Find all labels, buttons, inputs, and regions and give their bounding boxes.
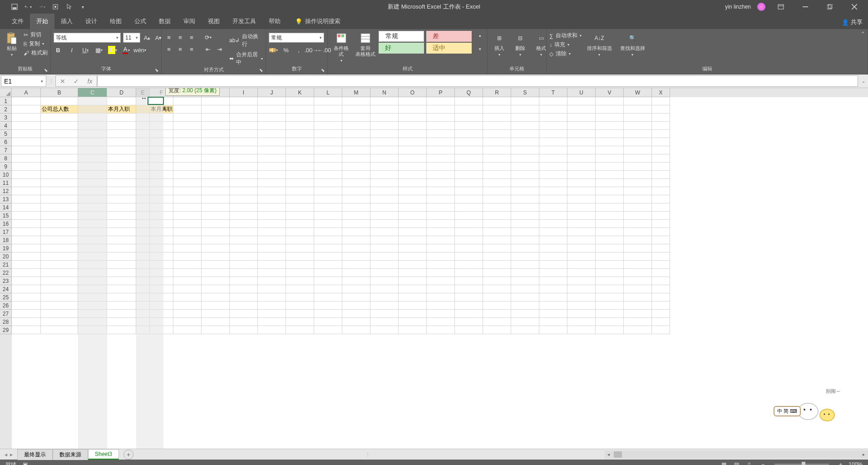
cell-J19[interactable]: [258, 244, 286, 252]
cell-C10[interactable]: [78, 171, 107, 179]
tab-help[interactable]: 帮助: [262, 14, 287, 29]
cell-G7[interactable]: [173, 146, 202, 154]
cell-A23[interactable]: [12, 277, 41, 285]
cell-U3[interactable]: [567, 114, 596, 122]
formula-bar-expand-icon[interactable]: ⌄: [859, 74, 868, 88]
col-header-M[interactable]: M: [342, 88, 370, 97]
cell-Q18[interactable]: [455, 236, 483, 244]
row-header-19[interactable]: 19: [0, 244, 12, 252]
cell-C7[interactable]: [78, 146, 107, 154]
cell-T28[interactable]: [539, 318, 567, 326]
cell-D29[interactable]: [107, 326, 136, 334]
cell-N26[interactable]: [370, 302, 399, 310]
cell-O10[interactable]: [399, 171, 427, 179]
user-name[interactable]: yin linzhen: [725, 4, 751, 10]
cell-T12[interactable]: [539, 187, 567, 195]
cell-W26[interactable]: [624, 302, 652, 310]
cell-Q9[interactable]: [455, 163, 483, 171]
cell-R4[interactable]: [483, 122, 511, 130]
cell-T22[interactable]: [539, 269, 567, 277]
cell-C15[interactable]: [78, 212, 107, 220]
cell-J14[interactable]: [258, 203, 286, 212]
cell-O23[interactable]: [399, 277, 427, 285]
cell-H20[interactable]: [202, 252, 230, 261]
cell-C24[interactable]: [78, 285, 107, 293]
cell-F24[interactable]: [150, 285, 173, 293]
cell-I20[interactable]: [230, 252, 258, 261]
cell-N6[interactable]: [370, 138, 399, 146]
cell-C28[interactable]: [78, 318, 107, 326]
cell-O6[interactable]: [399, 138, 427, 146]
cell-I17[interactable]: [230, 228, 258, 236]
cell-W13[interactable]: [624, 195, 652, 203]
cell-B7[interactable]: [41, 146, 78, 154]
clear-button[interactable]: ◇清除▾: [549, 50, 582, 58]
tab-design[interactable]: 设计: [79, 14, 104, 29]
cell-H27[interactable]: [202, 310, 230, 318]
cell-Q12[interactable]: [455, 187, 483, 195]
cell-A5[interactable]: [12, 130, 41, 138]
orientation-icon[interactable]: ⟳▾: [203, 33, 212, 42]
bold-button[interactable]: B: [54, 45, 63, 54]
cell-F2[interactable]: 本月离职: [150, 105, 173, 114]
cell-V2[interactable]: [596, 105, 624, 114]
italic-button[interactable]: I: [67, 45, 76, 54]
cell-K9[interactable]: [286, 163, 314, 171]
cell-C6[interactable]: [78, 138, 107, 146]
cell-V14[interactable]: [596, 203, 624, 212]
col-header-T[interactable]: T: [539, 88, 567, 97]
cell-U26[interactable]: [567, 302, 596, 310]
cell-X26[interactable]: [652, 302, 670, 310]
cell-A26[interactable]: [12, 302, 41, 310]
paste-button[interactable]: 粘贴▾: [3, 31, 21, 59]
cell-U2[interactable]: [567, 105, 596, 114]
align-right-icon[interactable]: ≡: [187, 45, 196, 54]
cell-I24[interactable]: [230, 285, 258, 293]
font-launcher-icon[interactable]: ⬊: [155, 68, 160, 73]
cell-F3[interactable]: [150, 114, 173, 122]
cell-B24[interactable]: [41, 285, 78, 293]
cell-O16[interactable]: [399, 220, 427, 228]
cell-S8[interactable]: [511, 154, 539, 163]
cell-M2[interactable]: [342, 105, 370, 114]
row-header-7[interactable]: 7: [0, 146, 12, 154]
cell-N21[interactable]: [370, 261, 399, 269]
cell-W11[interactable]: [624, 179, 652, 187]
cell-I18[interactable]: [230, 236, 258, 244]
number-launcher-icon[interactable]: ⬊: [321, 68, 326, 73]
cell-X6[interactable]: [652, 138, 670, 146]
cell-V15[interactable]: [596, 212, 624, 220]
percent-format-icon[interactable]: %: [281, 45, 291, 54]
cell-M9[interactable]: [342, 163, 370, 171]
cell-D10[interactable]: [107, 171, 136, 179]
cell-T11[interactable]: [539, 179, 567, 187]
autosum-button[interactable]: ∑自动求和▾: [549, 32, 582, 40]
cell-J11[interactable]: [258, 179, 286, 187]
cell-T25[interactable]: [539, 293, 567, 302]
cell-H29[interactable]: [202, 326, 230, 334]
cell-H16[interactable]: [202, 220, 230, 228]
cell-U23[interactable]: [567, 277, 596, 285]
cell-Q11[interactable]: [455, 179, 483, 187]
cell-S12[interactable]: [511, 187, 539, 195]
cell-C20[interactable]: [78, 252, 107, 261]
cell-E23[interactable]: [136, 277, 150, 285]
cell-E8[interactable]: [136, 154, 150, 163]
cell-I21[interactable]: [230, 261, 258, 269]
cell-U11[interactable]: [567, 179, 596, 187]
add-sheet-button[interactable]: +: [123, 450, 133, 460]
cell-A29[interactable]: [12, 326, 41, 334]
cell-X1[interactable]: [652, 97, 670, 105]
cell-S6[interactable]: [511, 138, 539, 146]
cell-T14[interactable]: [539, 203, 567, 212]
cell-M23[interactable]: [342, 277, 370, 285]
cell-R12[interactable]: [483, 187, 511, 195]
cell-S25[interactable]: [511, 293, 539, 302]
cell-B23[interactable]: [41, 277, 78, 285]
cell-J1[interactable]: [258, 97, 286, 105]
cell-K16[interactable]: [286, 220, 314, 228]
row-header-8[interactable]: 8: [0, 154, 12, 163]
cell-M16[interactable]: [342, 220, 370, 228]
cut-button[interactable]: ✂剪切: [24, 31, 48, 39]
cell-X28[interactable]: [652, 318, 670, 326]
